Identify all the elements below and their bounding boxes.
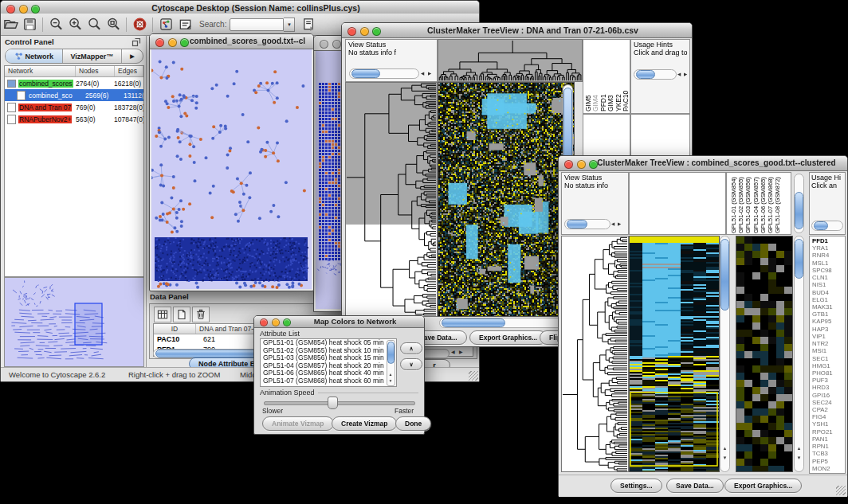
gene-label[interactable]: CLN1 <box>812 274 833 281</box>
vizmapper-icon[interactable] <box>156 16 175 33</box>
scrollbar-thumb[interactable] <box>720 239 729 311</box>
gene-label[interactable]: YRA1 <box>812 244 833 252</box>
gene-label[interactable]: MAK31 <box>812 303 833 311</box>
close-icon[interactable] <box>6 5 15 14</box>
scroll-down-icon[interactable]: ▼ <box>797 454 802 462</box>
search-dropdown-icon[interactable]: ▼ <box>284 18 295 32</box>
tv2-row-dendrogram[interactable] <box>561 236 629 472</box>
save-icon[interactable] <box>20 16 39 33</box>
gene-label[interactable]: HMG1 <box>812 362 833 369</box>
minimize-icon[interactable] <box>168 38 177 47</box>
column-label[interactable]: PFD1 <box>600 41 607 111</box>
tv2-hints-scrollbar[interactable] <box>811 221 843 231</box>
gene-label[interactable]: MSI1 <box>812 347 833 354</box>
zoom-window-icon[interactable] <box>180 38 189 47</box>
minimize-icon[interactable] <box>19 5 28 14</box>
network-list-row[interactable]: combined_scores 2764(0) 16218(0) <box>5 77 143 89</box>
column-label[interactable]: GPL51-01 (GSM854) <box>730 174 737 233</box>
gene-label[interactable]: TCB3 <box>812 450 833 457</box>
network-table-header[interactable]: Network Nodes Edges <box>5 66 143 77</box>
network-view-titlebar[interactable]: combined_scores_good.txt--cluste... <box>150 34 313 49</box>
resize-grip[interactable] <box>469 371 478 381</box>
column-label[interactable]: PAC10 <box>622 41 630 111</box>
close-icon[interactable] <box>260 318 268 326</box>
scroll-up-icon[interactable]: ▲ <box>723 444 728 452</box>
tv2-labels-vscrollbar[interactable] <box>794 174 804 233</box>
scrollbar-thumb[interactable] <box>636 70 655 79</box>
window-controls[interactable] <box>260 318 291 326</box>
treeview-button[interactable]: Export Graphics... <box>469 330 547 345</box>
minimize-icon[interactable] <box>332 40 341 49</box>
search-input[interactable] <box>230 18 284 31</box>
gene-label[interactable]: HAP3 <box>812 326 833 333</box>
gene-label[interactable]: YSH1 <box>812 420 833 428</box>
move-up-button[interactable]: ∧ <box>400 342 422 354</box>
zoom-out-icon[interactable] <box>46 16 65 33</box>
gene-label[interactable]: ELG1 <box>812 296 833 303</box>
panel-divider[interactable] <box>146 35 147 367</box>
tv2-status-scrollbar[interactable] <box>564 219 610 229</box>
window-controls[interactable] <box>564 160 598 169</box>
column-label[interactable]: GIM5 <box>585 41 592 111</box>
gene-label[interactable]: GTB1 <box>812 311 833 318</box>
gene-label[interactable]: KAP95 <box>812 318 833 325</box>
column-label[interactable]: GPL51-03 (GSM856) <box>744 174 752 233</box>
new-attribute-icon[interactable] <box>173 307 190 322</box>
tab-overflow-arrow[interactable]: ▶ <box>122 49 143 63</box>
window-controls[interactable] <box>347 27 381 36</box>
search-options-icon[interactable] <box>299 16 318 33</box>
gene-label[interactable]: RPO21 <box>812 428 833 436</box>
column-label[interactable]: YKE2 <box>615 41 622 111</box>
tab-vizmapper[interactable]: VizMapper™ <box>63 49 122 63</box>
float-panel-icon[interactable] <box>132 37 141 47</box>
create-vizmap-button[interactable]: Create Vizmap <box>332 416 397 431</box>
zoom-window-icon[interactable] <box>31 5 40 14</box>
gene-label[interactable]: NIS1 <box>812 281 833 288</box>
gene-label[interactable]: VIP1 <box>812 333 833 340</box>
network-overview-panel[interactable] <box>4 277 144 367</box>
gene-label[interactable]: MSL1 <box>812 260 833 267</box>
gene-label[interactable]: PUF3 <box>812 377 833 384</box>
treeview1-titlebar[interactable]: ClusterMaker TreeView : DNA and Tran 07-… <box>342 23 692 38</box>
tv2-column-dendrogram-panel[interactable] <box>629 172 726 235</box>
network-list-row[interactable]: RNAPuberNov2+ 563(0) 107847(0) <box>5 113 143 125</box>
scroll-left-icon[interactable]: ◀ <box>611 221 614 226</box>
network-list-row[interactable]: combined_sco 2569(6) 13112(15) <box>5 89 143 101</box>
scroll-left-icon[interactable]: ◀ <box>451 349 455 354</box>
scrollbar-thumb[interactable] <box>795 192 803 229</box>
tv2-heatmap[interactable] <box>629 236 720 472</box>
zoom-in-icon[interactable] <box>65 16 84 33</box>
zoom-window-icon[interactable] <box>372 27 381 36</box>
tv2-detail-heatmap[interactable] <box>736 236 793 472</box>
network-overview-canvas[interactable] <box>5 278 142 365</box>
attribute-table-icon[interactable] <box>154 307 171 322</box>
column-label[interactable]: GIM4 <box>592 41 599 111</box>
scrollbar-thumb[interactable] <box>567 220 587 229</box>
column-label[interactable]: GIM3 <box>607 41 614 111</box>
treeview-button[interactable]: Save Data... <box>666 479 724 493</box>
scrollbar-thumb[interactable] <box>814 221 828 230</box>
dialog-titlebar[interactable]: Map Colors to Network <box>254 316 424 328</box>
minimize-icon[interactable] <box>360 27 369 36</box>
close-icon[interactable] <box>347 27 356 36</box>
gene-label[interactable]: SPC98 <box>812 267 833 274</box>
open-file-icon[interactable] <box>1 16 20 33</box>
zoom-selected-icon[interactable] <box>84 16 104 33</box>
scroll-right-icon[interactable]: ▶ <box>459 349 463 354</box>
gene-label[interactable]: HRD3 <box>812 384 833 391</box>
gene-label[interactable]: PEP5 <box>812 458 833 465</box>
gene-label[interactable]: RNR4 <box>812 252 833 259</box>
treeview-button[interactable]: Export Graphics... <box>724 479 802 493</box>
zoom-window-icon[interactable] <box>283 318 291 326</box>
scroll-left-icon[interactable]: ◀ <box>677 72 681 76</box>
annotation-icon[interactable] <box>175 16 194 33</box>
tv1-hscrollbar[interactable] <box>439 318 575 328</box>
scrollbar-thumb[interactable] <box>442 318 505 327</box>
resize-grip[interactable] <box>836 486 846 495</box>
scrollbar-thumb[interactable] <box>387 342 395 364</box>
gene-label[interactable]: PHO81 <box>812 369 833 377</box>
gene-label[interactable]: NTR2 <box>812 340 833 347</box>
gene-label[interactable]: FIG4 <box>812 413 833 420</box>
column-label[interactable]: GPL51-08 (GSM872) <box>774 174 781 233</box>
tv1-status-scrollbar[interactable] <box>349 68 419 79</box>
